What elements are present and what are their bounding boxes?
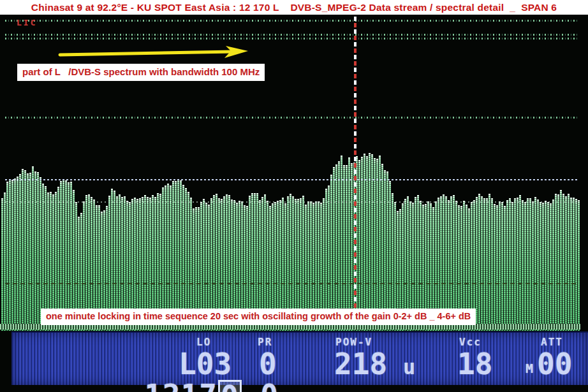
gridline [5, 283, 579, 284]
center-frequency-marker [354, 17, 356, 330]
spectrum-bar [32, 166, 34, 331]
spectrum-bar [343, 165, 345, 331]
gridline [5, 201, 579, 203]
spectrum-bar [504, 206, 506, 331]
spectrum-bar [486, 198, 488, 331]
spectrum-bar [371, 154, 373, 331]
pow-v-unit: u [403, 357, 415, 377]
spectrum-bar [529, 198, 531, 331]
spectrum-bar [27, 173, 29, 331]
gridline [5, 179, 579, 180]
att-label: ATT [541, 337, 563, 347]
spectrum-display: LIC part of L /DVB-S spectrum with bandw… [0, 15, 588, 330]
spectrum-bar [519, 195, 521, 331]
spectrum-bar [552, 200, 554, 331]
spectrum-bar [514, 198, 516, 331]
spectrum-bar [330, 175, 332, 331]
osd-corner-text: LIC [17, 18, 37, 27]
spectrum-bar [366, 156, 368, 331]
spectrum-bar [499, 201, 501, 331]
spectrum-bar [374, 158, 376, 331]
title-bar: Chinasat 9 at 92.2°E - KU SPOT East Asia… [0, 0, 588, 15]
spectrum-bar [506, 200, 508, 331]
bandwidth-annotation: part of L /DVB-S spectrum with bandwidth… [17, 64, 265, 81]
spectrum-bar [570, 198, 572, 331]
spectrum-bar [338, 161, 340, 331]
gridline [5, 117, 579, 119]
spectrum-bar [524, 202, 526, 331]
spectrum-bar [341, 156, 342, 331]
spectrum-bar [351, 163, 353, 331]
spectrum-bar [540, 202, 541, 331]
gridline [5, 20, 579, 22]
pr-label: PR [258, 337, 272, 347]
spectrum-bar [40, 177, 41, 331]
spectrum-bar [511, 202, 513, 331]
direction-arrow [56, 45, 250, 64]
spectrum-bar [494, 204, 496, 331]
spectrum-bar [483, 198, 485, 331]
spectrum-bar [568, 194, 570, 331]
spectrum-bar [562, 194, 564, 331]
spectrum-bar [1, 198, 3, 331]
spectrum-bar [532, 201, 534, 331]
frequency-cursor-digit[interactable]: 0 [218, 380, 242, 392]
gridline [5, 38, 579, 40]
frequency-field[interactable]: 12170.0 [34, 349, 279, 392]
spectrum-bar [333, 167, 335, 331]
att-value: 00 [537, 349, 572, 379]
lo-value: L03 [179, 349, 232, 379]
spectrum-bar [379, 156, 381, 331]
spectrum-bar [381, 164, 383, 331]
spectrum-bar [537, 200, 539, 331]
spectrum-bar [560, 190, 562, 331]
spectrum-bar [573, 198, 575, 331]
spectrum-bar [501, 202, 503, 331]
att-prefix: M [526, 362, 533, 375]
spectrum-bar [565, 196, 567, 331]
spectrum-bar [550, 203, 552, 331]
spectrum-bar [575, 199, 577, 331]
spectrum-bar [348, 157, 350, 331]
spectrum-bar [527, 198, 529, 331]
spectrum-bar [496, 205, 498, 331]
vcc-value: 18 [457, 349, 492, 379]
spectrum-bar [491, 198, 493, 331]
spectrum-bar [19, 174, 21, 331]
spectrum-bar [335, 164, 337, 331]
spectrum-bar [6, 182, 8, 331]
spectrum-bar [481, 196, 483, 331]
spectrum-bar [578, 200, 580, 331]
spectrum-bar [555, 194, 557, 331]
spectrum-bar [361, 157, 363, 331]
timing-annotation: one minute locking in time sequence 20 s… [41, 309, 476, 325]
spectrum-bar [522, 200, 524, 331]
spectrum-bar [384, 170, 386, 331]
spectrum-bar [376, 159, 378, 331]
spectrum-bar [542, 203, 544, 331]
spectrum-bar [557, 194, 559, 331]
pow-v-label: POW-V [335, 337, 372, 347]
satellite-meter-screen: Chinasat 9 at 92.2°E - KU SPOT East Asia… [0, 0, 588, 392]
spectrum-bar [478, 194, 480, 331]
spectrum-bar [364, 154, 365, 331]
spectrum-bar [358, 160, 360, 331]
spectrum-bar [34, 171, 36, 331]
pow-v-value: 218 [334, 349, 387, 379]
spectrum-bar [386, 171, 388, 331]
spectrum-bar [29, 173, 31, 331]
spectrum-bar [346, 165, 348, 331]
spectrum-bar [534, 197, 536, 331]
spectrum-bar [547, 202, 549, 331]
spectrum-bar [489, 194, 490, 331]
spectrum-bar [517, 198, 518, 331]
page-title: Chinasat 9 at 92.2°E - KU SPOT East Asia… [31, 2, 557, 13]
spectrum-bar [476, 197, 478, 331]
spectrum-bar [37, 172, 39, 331]
spectrum-bar [545, 201, 547, 331]
pr-value: 0 [259, 349, 277, 379]
status-bar: 12170.0 LO L03 PR 0 POW-V 218 u Vcc 18 A… [11, 331, 588, 385]
spectrum-bar [509, 198, 511, 331]
spectrum-bar [22, 169, 24, 331]
spectrum-bar [17, 177, 18, 331]
